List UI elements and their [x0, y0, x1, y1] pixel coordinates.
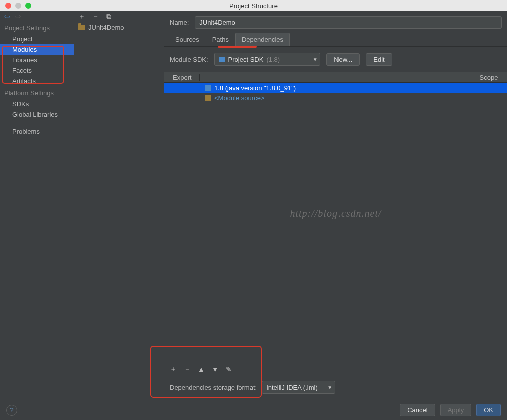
section-header-project-settings: Project Settings: [0, 21, 74, 34]
dep-row-sdk[interactable]: 1.8 (java version "1.8.0_91"): [164, 83, 507, 93]
footer: ? Cancel Apply OK: [0, 400, 507, 420]
remove-dependency-icon[interactable]: －: [184, 365, 191, 374]
add-dependency-icon[interactable]: ＋: [170, 365, 177, 374]
module-source-icon: [205, 95, 211, 101]
sdk-row: Module SDK: Project SDK (1.8) ▼ New... E…: [164, 47, 507, 72]
sidebar-item-facets[interactable]: Facets: [0, 65, 74, 76]
dep-row-module-source[interactable]: <Module source>: [164, 93, 507, 103]
ok-button[interactable]: OK: [476, 404, 501, 416]
annotation-underline-dependencies: [218, 46, 257, 48]
nav-arrows: ⇦ ⇨: [0, 11, 74, 21]
module-folder-icon: [78, 25, 85, 30]
sidebar-item-sdks[interactable]: SDKs: [0, 99, 74, 109]
remove-module-icon[interactable]: －: [92, 12, 99, 21]
window-title: Project Structure: [0, 2, 507, 10]
storage-format-combo[interactable]: IntelliJ IDEA (.iml) ▼: [262, 381, 335, 394]
new-sdk-button[interactable]: New...: [326, 53, 360, 66]
main-area: ⇦ ⇨ Project Settings Project Modules Lib…: [0, 11, 507, 400]
edit-sdk-button[interactable]: Edit: [366, 53, 392, 66]
tabs-row: Sources Paths Dependencies: [164, 33, 507, 47]
titlebar: Project Structure: [0, 0, 507, 11]
sdk-icon: [205, 85, 211, 91]
module-sdk-label: Module SDK:: [170, 56, 208, 63]
name-label: Name:: [170, 19, 189, 26]
copy-module-icon[interactable]: ⧉: [106, 12, 111, 21]
storage-row: Dependencies storage format: IntelliJ ID…: [164, 378, 507, 400]
module-item-label: JUnit4Demo: [88, 24, 124, 31]
col-scope[interactable]: Scope: [471, 74, 507, 81]
deps-toolbar: ＋ － ▲ ▼ ✎: [164, 361, 507, 378]
module-sdk-combo[interactable]: Project SDK (1.8) ▼: [214, 53, 321, 66]
cancel-button[interactable]: Cancel: [400, 404, 435, 416]
col-export[interactable]: Export: [164, 74, 200, 81]
sidebar-item-global-libraries[interactable]: Global Libraries: [0, 109, 74, 120]
name-row: Name:: [164, 11, 507, 33]
sidebar-divider: [3, 123, 71, 123]
dep-row-label: <Module source>: [214, 94, 264, 102]
section-header-platform-settings: Platform Settings: [0, 86, 74, 99]
sidebar-item-problems[interactable]: Problems: [0, 126, 74, 137]
module-name-input[interactable]: [195, 16, 502, 29]
add-module-icon[interactable]: ＋: [78, 12, 85, 21]
move-down-icon[interactable]: ▼: [212, 365, 219, 373]
nav-forward-icon[interactable]: ⇨: [15, 12, 21, 20]
chevron-down-icon[interactable]: ▼: [325, 381, 335, 393]
nav-back-icon[interactable]: ⇦: [4, 12, 10, 20]
module-panel: ＋ － ⧉ JUnit4Demo: [74, 11, 164, 400]
dep-row-label: 1.8 (java version "1.8.0_91"): [214, 84, 296, 92]
module-list: JUnit4Demo: [74, 22, 164, 400]
sidebar-item-artifacts[interactable]: Artifacts: [0, 76, 74, 86]
watermark-text: http://blog.csdn.net/: [290, 208, 381, 219]
storage-value: IntelliJ IDEA (.iml): [266, 384, 318, 391]
deps-body: 1.8 (java version "1.8.0_91") <Module so…: [164, 83, 507, 361]
sidebar: ⇦ ⇨ Project Settings Project Modules Lib…: [0, 11, 74, 400]
edit-dependency-icon[interactable]: ✎: [226, 365, 232, 373]
move-up-icon[interactable]: ▲: [198, 365, 205, 373]
chevron-down-icon[interactable]: ▼: [310, 53, 320, 65]
deps-table-head: Export Scope: [164, 72, 507, 83]
sidebar-item-libraries[interactable]: Libraries: [0, 55, 74, 65]
sidebar-item-modules[interactable]: Modules: [0, 44, 74, 55]
module-item-junit4demo[interactable]: JUnit4Demo: [74, 22, 164, 33]
module-sdk-value: Project SDK: [228, 56, 264, 63]
tab-dependencies[interactable]: Dependencies: [235, 33, 290, 46]
storage-label: Dependencies storage format:: [170, 384, 257, 391]
module-toolbar: ＋ － ⧉: [74, 11, 164, 22]
apply-button[interactable]: Apply: [440, 404, 472, 416]
tab-paths[interactable]: Paths: [206, 33, 235, 46]
sidebar-item-project[interactable]: Project: [0, 34, 74, 44]
content-panel: Name: Sources Paths Dependencies Module …: [164, 11, 507, 400]
sdk-folder-icon: [219, 57, 225, 62]
tab-sources[interactable]: Sources: [168, 33, 206, 46]
help-icon[interactable]: ?: [6, 405, 17, 416]
module-sdk-suffix: (1.8): [266, 56, 280, 63]
